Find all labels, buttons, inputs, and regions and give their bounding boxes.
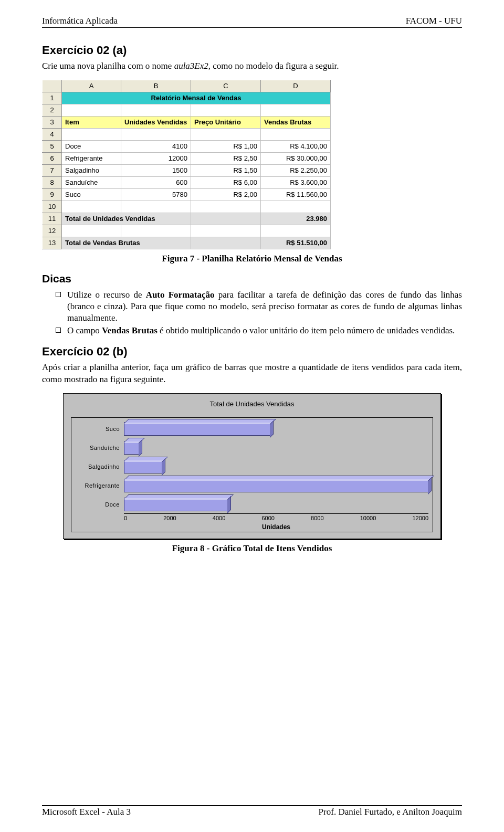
cell-gross: R$ 11.560,00 <box>261 188 331 201</box>
exercise-02b-para: Após criar a planilha anterior, faça um … <box>42 362 462 386</box>
tip-bold: Vendas Brutas <box>102 325 158 335</box>
sheet-col-header: Unidades Vendidas <box>121 116 191 128</box>
row-header: 4 <box>43 128 62 140</box>
figure-8-caption: Figura 8 - Gráfico Total de Itens Vendid… <box>42 543 462 554</box>
sheet-corner <box>43 80 62 92</box>
tip-text: é obtido multiplicando o valor unitário … <box>158 325 455 335</box>
footer-right: Prof. Daniel Furtado, e Anilton Joaquim <box>319 807 462 817</box>
exercise-02b-title: Exercício 02 (b) <box>42 345 462 359</box>
blank <box>191 213 261 225</box>
chart-x-label: Unidades <box>124 523 428 531</box>
tip-bold: Auto Formatação <box>146 290 215 300</box>
row-header: 2 <box>43 104 62 116</box>
chart-bar <box>124 479 429 492</box>
intro-text-a: Crie uma nova planilha com o nome <box>42 61 174 71</box>
chart-tick: 12000 <box>412 515 428 521</box>
tip-item: O campo Vendas Brutas é obtido multiplic… <box>56 325 462 336</box>
figure-7-caption: Figura 7 - Planilha Relatório Mensal de … <box>42 254 462 264</box>
row-header: 8 <box>43 176 62 188</box>
sheet-col-header: Item <box>62 116 121 128</box>
row-header: 12 <box>43 225 62 237</box>
chart-bar-track <box>124 479 428 492</box>
chart-bar-track <box>124 441 428 455</box>
row-header: 7 <box>43 164 62 176</box>
cell-gross: R$ 30.000,00 <box>261 152 331 164</box>
cell-units: 5780 <box>121 188 191 201</box>
cell-item: Sanduíche <box>62 176 121 188</box>
intro-text-b: , como no modelo da figura a seguir. <box>208 61 339 71</box>
running-header: Informática Aplicada FACOM - UFU <box>42 16 462 26</box>
header-left: Informática Aplicada <box>42 16 118 26</box>
row-header: 3 <box>43 116 62 128</box>
chart-bar <box>124 441 140 455</box>
footer-rule <box>42 805 462 806</box>
running-footer: Microsoft Excel - Aula 3 Prof. Daniel Fu… <box>42 805 462 817</box>
chart-category-label: Salgadinho <box>71 464 124 470</box>
cell-gross: R$ 3.600,00 <box>261 176 331 188</box>
cell-price: R$ 1,50 <box>191 164 261 176</box>
col-header: C <box>191 80 261 92</box>
tip-text: Utilize o recurso de <box>67 290 146 300</box>
spreadsheet-figure: A B C D 1 Relatório Mensal de Vendas 2 3… <box>42 80 462 249</box>
chart-tick: 10000 <box>360 515 376 521</box>
chart-tick: 4000 <box>213 515 225 521</box>
col-header: D <box>261 80 331 92</box>
page: Informática Aplicada FACOM - UFU Exercíc… <box>0 0 504 832</box>
blank <box>191 237 261 249</box>
exercise-02a-intro: Crie uma nova planilha com o nome aula3E… <box>42 60 462 72</box>
cell-gross: R$ 4.100,00 <box>261 140 331 152</box>
cell-units: 4100 <box>121 140 191 152</box>
cell-item: Salgadinho <box>62 164 121 176</box>
chart-bar <box>124 460 163 473</box>
total-units-label: Total de Unidades Vendidas <box>62 213 191 225</box>
row-header: 10 <box>43 201 62 213</box>
cell-price: R$ 2,00 <box>191 188 261 201</box>
spreadsheet: A B C D 1 Relatório Mensal de Vendas 2 3… <box>42 80 331 249</box>
chart-tick: 6000 <box>261 515 274 521</box>
chart-category-label: Refrigerante <box>71 482 124 489</box>
chart-bar-track <box>124 460 428 473</box>
sheet-col-header: Vendas Brutas <box>261 116 331 128</box>
chart-category-label: Suco <box>71 426 124 432</box>
exercise-02a-title: Exercício 02 (a) <box>42 44 462 57</box>
cell-units: 1500 <box>121 164 191 176</box>
col-header: A <box>62 80 121 92</box>
chart-bar <box>124 498 229 511</box>
chart-bar-track <box>124 422 428 436</box>
total-gross-label: Total de Vendas Brutas <box>62 237 191 249</box>
row-header: 13 <box>43 237 62 249</box>
header-right: FACOM - UFU <box>406 16 462 26</box>
intro-filename: aula3Ex2 <box>174 61 208 71</box>
row-header: 6 <box>43 152 62 164</box>
cell-item: Suco <box>62 188 121 201</box>
chart-title: Total de Unidades Vendidas <box>71 400 433 408</box>
row-header: 11 <box>43 213 62 225</box>
cell-units: 12000 <box>121 152 191 164</box>
total-gross-value: R$ 51.510,00 <box>261 237 331 249</box>
chart-category-label: Doce <box>71 501 124 508</box>
tip-item: Utilize o recurso de Auto Formatação par… <box>56 289 462 324</box>
cell-price: R$ 2,50 <box>191 152 261 164</box>
row-header: 9 <box>43 188 62 201</box>
cell-gross: R$ 2.250,00 <box>261 164 331 176</box>
col-header: B <box>121 80 191 92</box>
footer-left: Microsoft Excel - Aula 3 <box>42 807 131 817</box>
chart-tick: 0 <box>124 515 127 521</box>
cell-units: 600 <box>121 176 191 188</box>
chart-tick: 2000 <box>163 515 176 521</box>
tips-list: Utilize o recurso de Auto Formatação par… <box>42 289 462 336</box>
chart-plot-area: SucoSanduícheSalgadinhoRefrigeranteDoce … <box>71 417 433 532</box>
sheet-title: Relatório Mensal de Vendas <box>62 92 331 104</box>
chart-tick: 8000 <box>311 515 323 521</box>
chart-category-label: Sanduíche <box>71 445 124 451</box>
sheet-col-header: Preço Unitário <box>191 116 261 128</box>
cell-item: Doce <box>62 140 121 152</box>
dicas-title: Dicas <box>42 272 462 285</box>
row-header: 1 <box>43 92 62 104</box>
tip-text: O campo <box>67 325 102 335</box>
chart-bar-track <box>124 498 428 511</box>
chart-x-ticks: 020004000600080001000012000 <box>124 513 428 521</box>
header-rule <box>42 27 462 28</box>
cell-item: Refrigerante <box>62 152 121 164</box>
row-header: 5 <box>43 140 62 152</box>
